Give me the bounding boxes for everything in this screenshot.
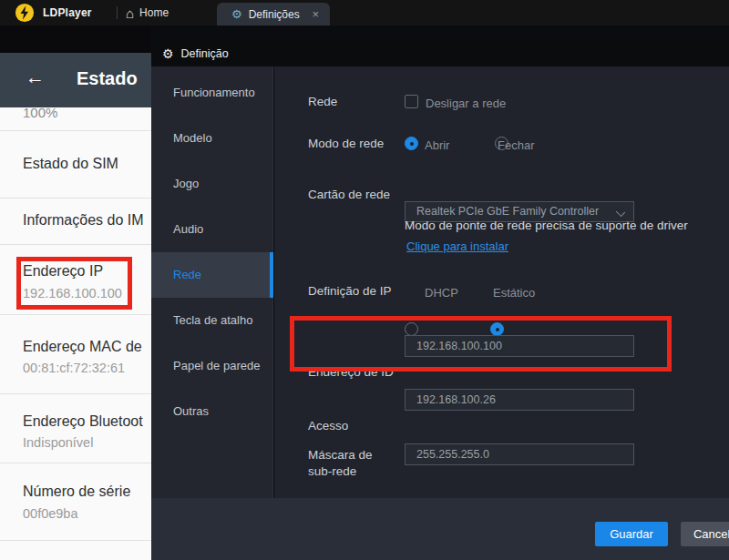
cancel-button[interactable]: Cancelar [681,522,729,546]
list-divider [0,130,151,131]
definicao-de-ip-label: Definição de IP [308,284,392,298]
dialog-content: Rede Desligar a rede Modo de rede Abrir … [274,66,729,498]
tab-close-icon[interactable]: × [310,6,321,22]
mascara-sub-rede-input[interactable] [405,443,634,465]
list-divider [0,540,151,541]
android-header: ← Estado [0,53,151,107]
modo-de-rede-label: Modo de rede [308,137,384,150]
modo-abrir-radio[interactable] [405,137,418,150]
tab-gear-icon: ⚙ [231,8,242,20]
sidebar-item-rede-label: Rede [173,268,201,281]
highlight-box-endereco-de-id [290,316,672,372]
acesso-input[interactable] [405,389,634,411]
ldplayer-logo-icon [15,3,35,23]
list-item-partial: 100% [23,105,57,120]
titlebar-separator [117,6,118,19]
list-item-mac-value: 00:81:cf:72:32:61 [23,361,125,375]
sidebar-item-outras[interactable]: Outras [151,389,273,434]
home-icon: ⌂ [126,6,134,20]
home-button[interactable]: ⌂ Home [126,0,169,25]
dialog-footer: Guardar Cancelar [151,498,729,560]
list-item-bluetooth-title: Endereço Bluetoot [23,413,143,430]
dialog-gear-icon: ⚙ [162,47,174,60]
install-driver-link[interactable]: Clique para instalar [406,239,508,253]
back-arrow-icon[interactable]: ← [26,67,45,87]
list-item-imei: Informações do IM [23,212,144,229]
save-button[interactable]: Guardar [595,522,668,546]
highlight-box-endereco-ip [16,257,132,310]
ip-dhcp-radio-label: DHCP [425,286,458,300]
list-item-mac-title: Endereço MAC de [23,339,142,355]
desligar-rede-checkbox[interactable] [405,95,418,108]
tab-definicoes[interactable]: ⚙ Definições × [217,3,330,25]
modo-fechar-radio-label: Fechar [498,138,534,152]
list-divider [0,314,151,315]
list-divider [0,463,151,463]
dialog-header: ⚙ Definição [151,41,729,66]
sidebar-item-audio[interactable]: Audio [151,207,273,252]
android-page-title: Estado [77,68,138,89]
cartao-de-rede-label: Cartão de rede [308,188,390,201]
rede-label: Rede [308,95,337,108]
bridge-driver-note: Modo de ponte de rede precisa de suporte… [405,219,688,232]
sidebar-item-modelo[interactable]: Modelo [151,116,273,161]
home-label: Home [139,6,169,19]
sidebar-selected-indicator [270,252,273,298]
desligar-rede-checkbox-label: Desligar a rede [426,97,506,110]
sidebar-item-jogo[interactable]: Jogo [151,161,273,207]
list-divider [0,393,151,394]
screen: LDPlayer ⌂ Home ⚙ Definições × ← Estado … [0,0,729,560]
list-divider [0,244,151,245]
tab-label: Definições [249,8,311,21]
list-item-serial-value: 00f0e9ba [23,506,77,521]
sidebar-item-rede[interactable]: Rede [151,252,273,298]
dialog-sidebar: Funcionamento Modelo Jogo Audio Rede Tec… [151,66,273,498]
mascara-sub-rede-label: Máscara de sub-rede [308,447,395,480]
network-card-selected-value: Realtek PCIe GbE Family Controller [416,205,599,218]
chevron-down-icon [616,208,625,217]
sidebar-item-tecla-de-atalho[interactable]: Tecla de atalho [151,298,273,343]
list-item-serial-title: Número de série [23,484,130,500]
list-item-sim: Estado do SIM [23,156,118,172]
sidebar-item-funcionamento[interactable]: Funcionamento [151,70,273,116]
sidebar-item-papel-de-parede[interactable]: Papel de parede [151,343,273,389]
acesso-label: Acesso [308,419,348,433]
list-item-bluetooth-value: Indisponível [23,435,93,450]
list-divider [0,198,151,199]
dialog-title: Definição [181,47,229,60]
settings-dialog: ⚙ Definição Funcionamento Modelo Jogo Au… [151,41,729,560]
app-title: LDPlayer [43,6,92,19]
ip-estatico-radio-label: Estático [493,286,535,300]
window-titlebar: LDPlayer ⌂ Home ⚙ Definições × [0,0,729,25]
android-statusbar [0,25,151,53]
modo-abrir-radio-label: Abrir [425,138,449,152]
